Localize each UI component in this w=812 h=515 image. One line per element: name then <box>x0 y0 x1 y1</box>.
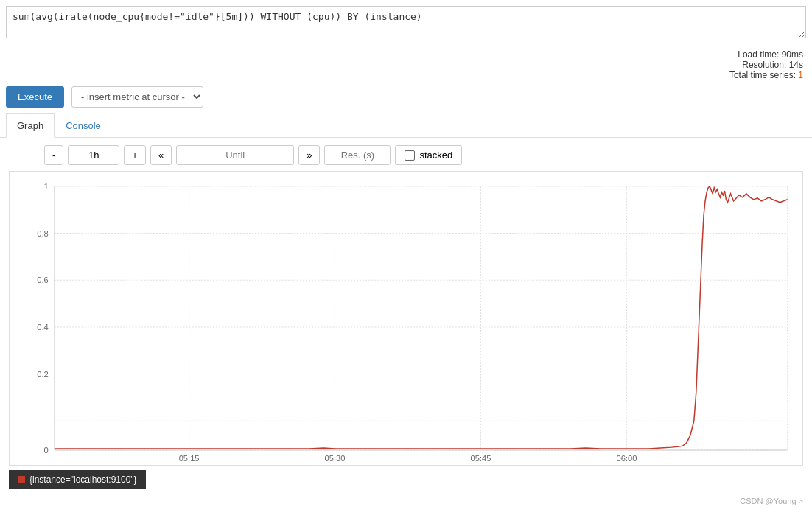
zoom-out-button[interactable]: - <box>44 145 63 165</box>
legend-color-dot <box>18 476 25 483</box>
forward-button[interactable]: » <box>298 145 320 165</box>
execute-button[interactable]: Execute <box>6 86 64 108</box>
zoom-in-button[interactable]: + <box>124 145 146 165</box>
svg-text:05:15: 05:15 <box>179 454 200 463</box>
stacked-button[interactable]: stacked <box>395 145 462 165</box>
total-series-value: 1 <box>798 70 803 80</box>
query-info: Load time: 90ms Resolution: 14s Total ti… <box>0 46 812 82</box>
data-series-line <box>55 186 788 449</box>
svg-text:0.2: 0.2 <box>37 370 49 379</box>
controls-row: Execute - insert metric at cursor - <box>0 82 812 112</box>
legend-label: {instance="localhost:9100"} <box>29 474 137 485</box>
load-time-label: Load time: <box>738 49 779 60</box>
query-input[interactable]: sum(avg(irate(node_cpu{mode!="idle"}[5m]… <box>6 6 806 38</box>
svg-text:05:45: 05:45 <box>471 454 491 463</box>
footer-text: CSDN @Young > <box>740 497 803 505</box>
duration-input[interactable] <box>68 145 119 165</box>
until-input[interactable] <box>176 145 294 165</box>
tabs-row: Graph Console <box>0 113 812 138</box>
svg-text:0.8: 0.8 <box>37 229 49 238</box>
svg-text:1: 1 <box>44 182 49 191</box>
total-series-label: Total time series: <box>729 70 796 80</box>
footer: CSDN @Young > <box>0 494 812 508</box>
svg-text:0.4: 0.4 <box>37 323 49 332</box>
svg-text:05:30: 05:30 <box>325 454 346 463</box>
svg-text:06:00: 06:00 <box>616 454 637 463</box>
resolution-value: 14s <box>789 60 803 70</box>
stacked-label: stacked <box>419 150 452 161</box>
resolution-label: Resolution: <box>742 60 786 70</box>
chart-svg: 1 0.8 0.6 0.4 0.2 0 05:15 05:30 05:45 06… <box>10 172 802 465</box>
svg-text:0.6: 0.6 <box>37 276 49 284</box>
svg-text:0: 0 <box>44 446 49 455</box>
tab-graph[interactable]: Graph <box>6 113 55 138</box>
metric-selector[interactable]: - insert metric at cursor - <box>71 86 203 108</box>
tab-console[interactable]: Console <box>55 113 112 138</box>
stacked-icon <box>405 150 415 161</box>
graph-controls: - + « » stacked <box>0 138 812 171</box>
legend: {instance="localhost:9100"} <box>9 470 146 489</box>
resolution-input[interactable] <box>324 145 391 165</box>
load-time-value: 90ms <box>782 49 803 60</box>
back-button[interactable]: « <box>150 145 172 165</box>
chart-container: 1 0.8 0.6 0.4 0.2 0 05:15 05:30 05:45 06… <box>9 171 803 466</box>
